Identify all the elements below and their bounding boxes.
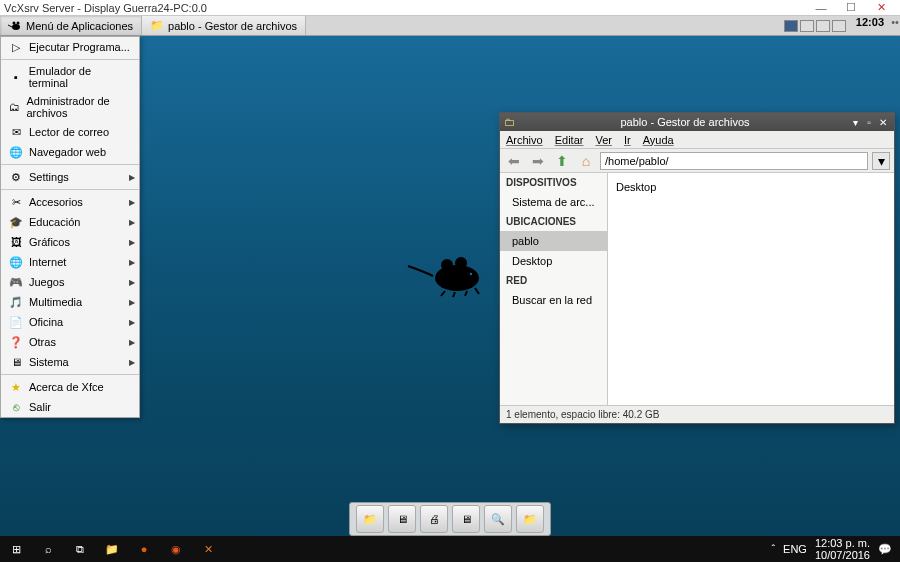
location-bar[interactable]: /home/pablo/ [600,152,868,170]
taskbar-xlaunch[interactable]: ✕ [192,536,224,562]
workspace-switcher[interactable] [780,16,850,35]
menu-educacion-label: Educación [29,216,80,228]
location-path: /home/pablo/ [605,155,669,167]
taskbar-ubuntu[interactable]: ◉ [160,536,192,562]
nav-back-button[interactable]: ⬅ [504,151,524,171]
taskbar-file-explorer[interactable]: 📁 [96,536,128,562]
menu-separator [1,374,139,375]
sidebar-place-home[interactable]: pablo [500,231,607,251]
menu-web-label: Navegador web [29,146,106,158]
web-icon: 🌐 [9,145,23,159]
notification-center-button[interactable]: 💬 [878,543,892,556]
taskbar-clock[interactable]: 12:03 p. m. 10/07/2016 [815,537,870,561]
menu-terminal[interactable]: ▪Emulador de terminal [1,62,139,92]
panel-grip[interactable]: •• [890,16,900,35]
chevron-right-icon: ▶ [129,278,135,287]
start-button[interactable]: ⊞ [0,536,32,562]
folder-icon: 📁 [150,19,164,33]
gear-icon: ⚙ [9,170,23,184]
menu-educacion[interactable]: 🎓Educación▶ [1,212,139,232]
xfce-top-panel: Menú de Aplicaciones 📁 pablo - Gestor de… [0,16,900,36]
menu-oficina-label: Oficina [29,316,63,328]
menu-web[interactable]: 🌐Navegador web [1,142,139,162]
menu-files-label: Administrador de archivos [27,95,132,119]
monitor-icon: 🖥 [397,513,408,525]
menu-logout[interactable]: ⎋Salir [1,397,139,417]
dock-folder-2[interactable]: 📁 [516,505,544,533]
menu-sistema[interactable]: 🖥Sistema▶ [1,352,139,372]
menu-file-manager[interactable]: 🗂Administrador de archivos [1,92,139,122]
x-icon: ✕ [204,543,213,556]
menu-about[interactable]: ★Acerca de Xfce [1,377,139,397]
fm-file-pane[interactable]: Desktop [608,173,894,405]
fm-titlebar[interactable]: 🗀 pablo - Gestor de archivos ▾ ▫ ✕ [500,113,894,131]
menu-internet[interactable]: 🌐Internet▶ [1,252,139,272]
task-view-button[interactable]: ⧉ [64,536,96,562]
menu-accesorios[interactable]: ✂Accesorios▶ [1,192,139,212]
host-close-button[interactable]: ✕ [866,1,896,14]
terminal-icon: ▪ [9,70,23,84]
education-icon: 🎓 [9,215,23,229]
menu-sistema-label: Sistema [29,356,69,368]
fm-menu-ayuda[interactable]: Ayuda [643,134,674,146]
menu-otras[interactable]: ❓Otras▶ [1,332,139,352]
menu-otras-label: Otras [29,336,56,348]
tray-overflow-button[interactable]: ˆ [771,543,775,555]
chevron-right-icon: ▶ [129,318,135,327]
fm-menu-archivo[interactable]: Archivo [506,134,543,146]
workspace-1[interactable] [784,20,798,32]
other-icon: ❓ [9,335,23,349]
host-maximize-button[interactable]: ☐ [836,1,866,14]
menu-mail[interactable]: ✉Lector de correo [1,122,139,142]
chevron-right-icon: ▶ [129,298,135,307]
workspace-3[interactable] [816,20,830,32]
applications-menu-button[interactable]: Menú de Aplicaciones [0,16,142,35]
menu-about-label: Acerca de Xfce [29,381,104,393]
fm-maximize-button[interactable]: ▫ [862,117,876,128]
dock-monitor[interactable]: 🖥 [388,505,416,533]
panel-clock[interactable]: 12:03 [850,16,890,35]
taskbar-search[interactable]: ⌕ [32,536,64,562]
menu-oficina[interactable]: 📄Oficina▶ [1,312,139,332]
sidebar-device-filesystem[interactable]: Sistema de arc... [500,192,607,212]
windows-logo-icon: ⊞ [12,543,21,556]
dock-print[interactable]: 🖨 [420,505,448,533]
fm-close-button[interactable]: ✕ [876,117,890,128]
nav-up-button[interactable]: ⬆ [552,151,572,171]
nav-forward-button[interactable]: ➡ [528,151,548,171]
taskbar-window-button[interactable]: 📁 pablo - Gestor de archivos [142,16,306,35]
fm-menu-editar[interactable]: Editar [555,134,584,146]
xfce-mouse-wallpaper-icon [405,248,495,298]
chevron-right-icon: ▶ [129,238,135,247]
path-dropdown-button[interactable]: ▾ [872,152,890,170]
run-icon: ▷ [9,40,23,54]
workspace-4[interactable] [832,20,846,32]
fm-minimize-button[interactable]: ▾ [848,117,862,128]
dock-search[interactable]: 🔍 [484,505,512,533]
folder-icon: 📁 [105,543,119,556]
sidebar-place-desktop[interactable]: Desktop [500,251,607,271]
internet-icon: 🌐 [9,255,23,269]
svg-point-3 [435,265,479,291]
menu-settings[interactable]: ⚙Settings▶ [1,167,139,187]
menu-graficos[interactable]: 🖼Gráficos▶ [1,232,139,252]
menu-multimedia[interactable]: 🎵Multimedia▶ [1,292,139,312]
office-icon: 📄 [9,315,23,329]
menu-juegos[interactable]: 🎮Juegos▶ [1,272,139,292]
tray-language[interactable]: ENG [783,543,807,555]
host-minimize-button[interactable]: — [806,2,836,14]
file-item-desktop[interactable]: Desktop [616,181,656,193]
menu-settings-label: Settings [29,171,69,183]
fm-menu-ir[interactable]: Ir [624,134,631,146]
multimedia-icon: 🎵 [9,295,23,309]
fm-menu-ver[interactable]: Ver [595,134,612,146]
menu-run[interactable]: ▷Ejecutar Programa... [1,37,139,57]
nav-home-button[interactable]: ⌂ [576,151,596,171]
taskbar-firefox[interactable]: ● [128,536,160,562]
taskbar-time: 12:03 p. m. [815,537,870,549]
workspace-2[interactable] [800,20,814,32]
dock-monitor-2[interactable]: 🖥 [452,505,480,533]
sidebar-network-browse[interactable]: Buscar en la red [500,290,607,310]
svg-point-5 [455,257,467,269]
dock-folder[interactable]: 📁 [356,505,384,533]
